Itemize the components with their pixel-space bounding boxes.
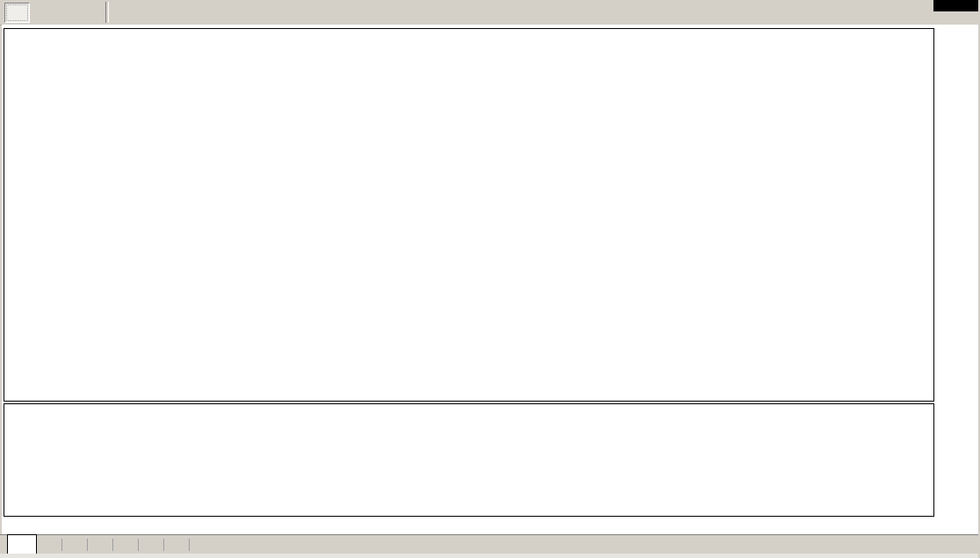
tab-audusd-h4[interactable] [37, 535, 61, 554]
timeframe-mn-button[interactable] [58, 3, 82, 21]
current-price-badge [933, 0, 980, 11]
timeframe-w1-button[interactable] [32, 3, 56, 21]
macd-indicator-canvas[interactable] [4, 403, 934, 517]
tab-eurgbp-h1[interactable] [139, 535, 163, 554]
price-chart-canvas[interactable] [4, 28, 934, 402]
chart-tab-bar [0, 534, 980, 554]
tab-usdcnh-daily[interactable] [113, 535, 138, 554]
timeframe-d1-button[interactable] [4, 3, 30, 23]
tab-eurusd-daily[interactable] [7, 534, 37, 554]
tab-usdcad-h4[interactable] [88, 535, 112, 554]
mt4-terminal-window [0, 0, 980, 558]
tab-usdchf-daily[interactable] [62, 535, 87, 554]
status-strip [0, 554, 980, 558]
timeframe-toolbar [0, 0, 980, 25]
tab-separator [189, 539, 190, 551]
toolbar-separator [105, 2, 109, 23]
tab-nzdusd-h1[interactable] [164, 535, 189, 554]
